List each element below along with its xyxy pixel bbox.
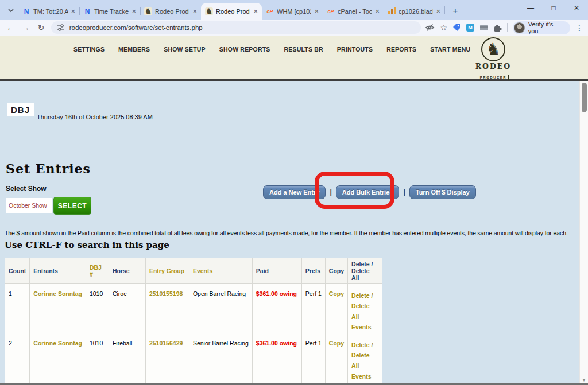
profile-chip[interactable]: Verify it's you (513, 21, 570, 34)
prefs-header: Prefs (301, 258, 325, 284)
nav-item[interactable]: SHOW SETUP (164, 46, 206, 53)
hidden-eye-icon[interactable] (425, 24, 435, 32)
tab-rodeo-producer-active[interactable]: ♞ Rodeo Producer - M × (201, 3, 262, 20)
delete-header: Delete / Delete All (348, 258, 382, 284)
new-tab-button[interactable]: + (448, 3, 462, 17)
horse-favicon-icon: ♞ (144, 7, 152, 15)
horse-logo-icon: ♞ (481, 37, 505, 61)
events-header: Events (189, 258, 252, 284)
copy-link[interactable]: Copy (325, 333, 347, 382)
url-text: rodeoproducer.com/software/set-entrants.… (69, 24, 203, 31)
tab-time-tracker[interactable]: N Time Tracker × (79, 3, 140, 20)
tab-blacksun[interactable]: cp1026.blacksun.ca × (384, 3, 444, 20)
nav-item[interactable]: PRINTOUTS (337, 46, 373, 53)
tab-strip: N TM: Tot:20 A:0, B:5, C × N Time Tracke… (0, 0, 588, 20)
tab-whm[interactable]: cP WHM [cp1026] List × (262, 3, 323, 20)
prefs-cell: Perf 1 (301, 333, 325, 382)
avatar (514, 22, 525, 33)
toolbar-right: ☆ M Verify it's you ⋮ (425, 21, 583, 34)
copy-link[interactable]: Copy (325, 284, 347, 333)
search-heading: Use CTRL-F to search in this page (5, 240, 169, 250)
copy-header: Copy (325, 258, 347, 284)
minimize-icon[interactable]: — (519, 0, 542, 16)
chevron-down-icon (7, 8, 14, 13)
forward-icon[interactable]: → (20, 23, 32, 32)
close-window-icon[interactable]: ✕ (565, 0, 588, 16)
profile-label: Verify it's you (528, 21, 564, 34)
entry-group-header: Entry Group (145, 258, 189, 284)
paid-column-note: The $ amount shown in the Paid column is… (5, 230, 568, 236)
reload-icon[interactable]: ↻ (36, 23, 47, 32)
turn-off-display-button[interactable]: Turn Off $ Display (409, 185, 476, 199)
show-picker: October Show SELECT (6, 197, 91, 215)
horse-cell: Fireball (109, 333, 145, 382)
site-settings-icon[interactable] (57, 24, 65, 31)
close-icon[interactable]: × (253, 7, 258, 15)
logo-subtitle: PRODUCER (478, 75, 509, 80)
entry-group-link[interactable]: 2510156429 (145, 333, 189, 382)
cpanel-icon: cP (266, 9, 274, 14)
entrant-link[interactable]: Corinne Sonntag (30, 284, 86, 333)
url-bar[interactable]: rodeoproducer.com/software/set-entrants.… (51, 21, 421, 34)
nav-item[interactable]: RESULTS BR (284, 46, 323, 53)
button-separator: | (330, 188, 331, 196)
tab-cpanel-tools[interactable]: cP cPanel - Tools × (323, 3, 384, 20)
main-nav: SETTINGSMEMBERSSHOW SETUPSHOW REPORTSRES… (74, 46, 470, 53)
nav-item[interactable]: SETTINGS (74, 46, 105, 53)
delete-link[interactable]: Delete / Delete All Events (348, 333, 382, 382)
horse-favicon-icon: ♞ (205, 7, 213, 15)
events-cell: Senior Barrel Racing (189, 333, 252, 382)
close-icon[interactable]: × (71, 7, 75, 15)
tab-label: cPanel - Tools (338, 8, 372, 15)
horse-cell: Ciroc (109, 284, 145, 333)
back-icon[interactable]: ← (5, 23, 16, 32)
datetime-text: Thursday 16th of October 2025 08:39 AM (37, 114, 153, 120)
paid-header: Paid (252, 258, 301, 284)
maximize-icon[interactable]: □ (542, 0, 565, 16)
close-icon[interactable]: × (131, 7, 136, 15)
close-icon[interactable]: × (314, 7, 319, 15)
close-icon[interactable]: × (192, 7, 197, 15)
horse-header: Horse (109, 258, 145, 284)
count-cell: 2 (5, 333, 30, 382)
scrollbar-thumb[interactable] (582, 83, 587, 112)
window-controls: — □ ✕ (519, 0, 588, 16)
add-new-entry-button[interactable]: Add a New Entry (263, 185, 326, 199)
paid-cell: $361.00 owing (252, 284, 301, 333)
nav-item[interactable]: START MENU (430, 46, 470, 53)
m-extension-icon[interactable]: M (466, 24, 474, 32)
select-button[interactable]: SELECT (53, 197, 91, 215)
tab-tm-tracker[interactable]: N TM: Tot:20 A:0, B:5, C × (18, 3, 79, 20)
tab-search-button[interactable] (3, 3, 18, 18)
tab-label: WHM [cp1026] List (277, 8, 311, 15)
close-icon[interactable]: × (436, 7, 440, 15)
entrant-link[interactable]: Corinne Sonntag (30, 333, 86, 382)
bookmark-star-icon[interactable]: ☆ (440, 23, 447, 32)
delete-link[interactable]: Delete / Delete All Events (348, 284, 382, 333)
cpanel-icon: cP (327, 9, 335, 14)
page-content: DBJ Thursday 16th of October 2025 08:39 … (0, 81, 588, 385)
tab-label: Rodeo Producer - M (216, 8, 250, 15)
prefs-cell: Perf 1 (301, 284, 325, 333)
entries-table-header: Count Entrants DBJ # Horse Entry Group E… (5, 258, 382, 284)
page-title: Set Entries (6, 161, 91, 176)
nav-item[interactable]: SHOW REPORTS (219, 46, 270, 53)
page-scrollbar[interactable]: ▼ (579, 81, 588, 385)
site-header: SETTINGSMEMBERSSHOW SETUPSHOW REPORTSRES… (0, 36, 588, 79)
tag-extension-icon[interactable] (452, 24, 461, 32)
scroll-down-icon[interactable]: ▼ (580, 378, 588, 383)
entry-group-link[interactable]: 2510155198 (145, 284, 189, 333)
show-name-field[interactable]: October Show (6, 198, 52, 213)
events-cell: Open Barrel Racing (189, 284, 252, 333)
card-extension-icon[interactable] (479, 24, 488, 31)
add-bulk-entries-button[interactable]: Add Bulk Entries (336, 185, 400, 199)
close-icon[interactable]: × (375, 7, 380, 15)
tab-rodeo-producer-a[interactable]: ♞ Rodeo Producer - A × (140, 3, 201, 20)
more-menu-icon[interactable]: ⋮ (575, 23, 583, 32)
nav-item[interactable]: REPORTS (386, 46, 416, 53)
extensions-puzzle-icon[interactable] (493, 24, 502, 32)
nav-item[interactable]: MEMBERS (118, 46, 150, 53)
browser-toolbar: ← → ↻ rodeoproducer.com/software/set-ent… (0, 20, 588, 36)
dbj-number-cell: 1010 (86, 284, 109, 333)
entries-table-body: 1 Corinne Sonntag 1010 Ciroc 2510155198 … (5, 284, 382, 385)
